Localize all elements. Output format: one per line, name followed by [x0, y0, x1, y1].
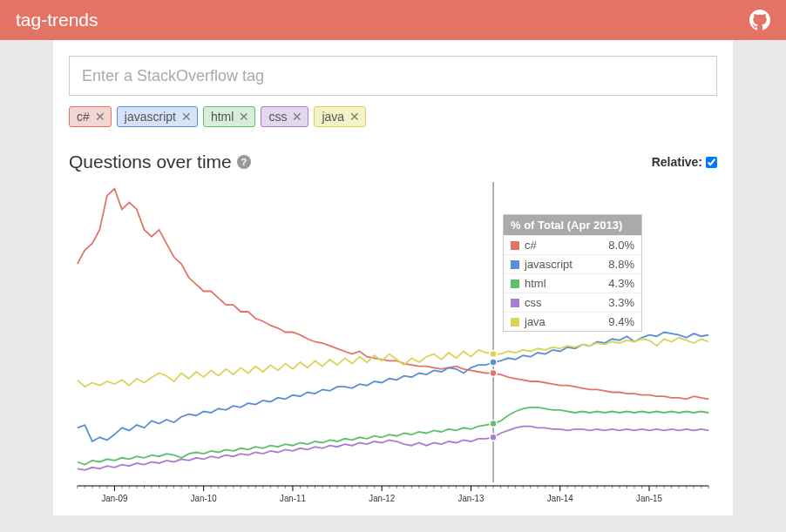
close-icon[interactable]: ✕: [349, 110, 360, 124]
series-html: [78, 407, 708, 465]
chart-title: Questions over time ?: [69, 152, 251, 172]
tooltip-row: css3.3%: [504, 293, 641, 312]
x-tick-label: Jan-13: [458, 494, 484, 503]
github-icon[interactable]: [749, 10, 770, 30]
close-icon[interactable]: ✕: [95, 110, 105, 124]
tag-label: javascript: [125, 110, 176, 124]
hover-dot: [490, 421, 497, 428]
hover-dot: [490, 370, 497, 377]
legend-swatch: [511, 241, 519, 250]
legend-swatch: [511, 299, 519, 307]
tooltip-series-name: java: [525, 315, 608, 328]
x-tick-label: Jan-12: [369, 494, 395, 503]
hover-dot: [490, 359, 497, 366]
chart-header: Questions over time ? Relative:: [69, 152, 717, 172]
tag-chip-javascript[interactable]: javascript✕: [117, 106, 198, 127]
tooltip-row: c#8.0%: [504, 235, 641, 254]
tooltip-series-name: css: [525, 296, 608, 309]
tag-chip-csharp[interactable]: c#✕: [69, 106, 112, 127]
tooltip-series-name: c#: [525, 239, 608, 252]
hover-dot: [490, 434, 497, 441]
tooltip-series-value: 9.4%: [608, 315, 634, 328]
tooltip-row: html4.3%: [504, 273, 641, 293]
x-tick-label: Jan-15: [636, 494, 662, 503]
close-icon[interactable]: ✕: [292, 110, 302, 124]
close-icon[interactable]: ✕: [239, 110, 249, 124]
series-javascript: [78, 333, 708, 442]
tag-chip-css[interactable]: css✕: [261, 106, 308, 127]
x-tick-label: Jan-09: [101, 494, 127, 503]
tag-label: c#: [77, 110, 90, 124]
tooltip-series-name: html: [525, 277, 608, 290]
relative-label: Relative:: [652, 155, 702, 169]
tag-chip-java[interactable]: java✕: [314, 106, 366, 127]
tooltip-series-value: 4.3%: [608, 277, 634, 290]
search-input[interactable]: [69, 56, 717, 96]
app-title: tag-trends: [16, 10, 98, 30]
legend-swatch: [511, 279, 519, 288]
main-panel: c#✕javascript✕html✕css✕java✕ Questions o…: [53, 40, 733, 515]
hover-dot: [490, 351, 497, 358]
legend-swatch: [511, 260, 519, 269]
tag-label: css: [268, 110, 287, 124]
relative-checkbox[interactable]: [706, 157, 717, 168]
tag-chip-html[interactable]: html✕: [203, 106, 255, 127]
tooltip-series-value: 3.3%: [608, 296, 634, 309]
tooltip-row: java9.4%: [504, 312, 641, 331]
tooltip-header: % of Total (Apr 2013): [504, 215, 641, 235]
legend-swatch: [511, 318, 519, 327]
tooltip-series-name: javascript: [525, 258, 608, 271]
chart-area[interactable]: Jan-09Jan-10Jan-11Jan-12Jan-13Jan-14Jan-…: [69, 178, 717, 508]
tag-label: html: [211, 110, 234, 124]
relative-toggle[interactable]: Relative:: [652, 155, 717, 169]
tags-row: c#✕javascript✕html✕css✕java✕: [69, 106, 717, 127]
tooltip-series-value: 8.0%: [608, 239, 634, 252]
tooltip-series-value: 8.8%: [608, 258, 634, 271]
tooltip-row: javascript8.8%: [504, 254, 641, 273]
chart-title-text: Questions over time: [69, 152, 232, 172]
x-tick-label: Jan-14: [547, 494, 573, 503]
close-icon[interactable]: ✕: [181, 110, 192, 124]
x-tick-label: Jan-11: [280, 494, 306, 503]
app-header: tag-trends: [0, 0, 786, 40]
help-icon[interactable]: ?: [237, 155, 251, 169]
series-css: [78, 427, 708, 470]
chart-tooltip: % of Total (Apr 2013) c#8.0%javascript8.…: [503, 214, 642, 332]
tag-label: java: [322, 110, 344, 124]
x-tick-label: Jan-10: [191, 494, 217, 503]
